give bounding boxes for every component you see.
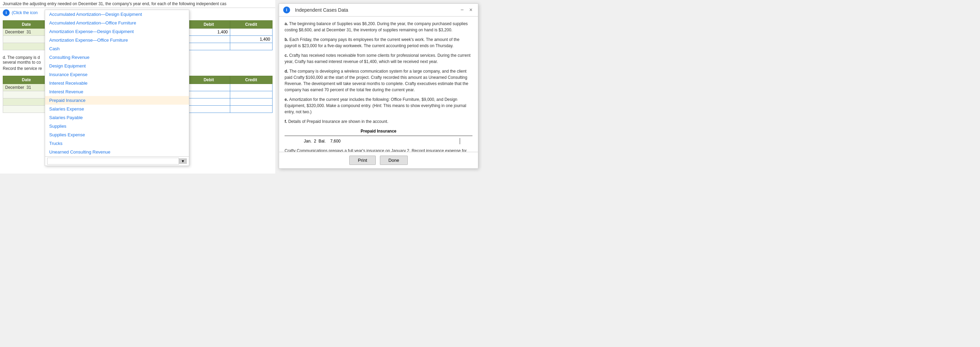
dropdown-item-interest-revenue[interactable]: Interest Revenue [45,88,189,96]
table-c-debit-3[interactable] [188,43,230,50]
case-d: d. The company is developing a wireless … [285,68,473,93]
table-d-debit-1[interactable] [188,84,230,91]
dropdown-item-amort-exp-design[interactable]: Amortization Expense—Design Equipment [45,27,189,36]
dropdown-item-amort-exp-office[interactable]: Amortization Expense—Office Furniture [45,36,189,45]
info-panel-icon: i [283,6,290,13]
table-d-credit-3[interactable] [230,99,272,106]
prepaid-insurance-title: Prepaid Insurance [285,128,473,134]
table-d-date: December 31 [3,84,50,91]
table-c-credit-1[interactable] [230,29,272,36]
dropdown-item-cash[interactable]: Cash [45,45,189,53]
desc-d-left: d. The company is d [3,55,40,60]
table-c-credit-3[interactable] [230,43,272,50]
table-d-debit-4[interactable] [188,106,230,113]
col-date: Date [3,21,50,29]
panel-controls: − × [459,7,474,13]
col-date-d: Date [3,76,50,84]
col-debit: Debit [188,21,230,29]
dropdown-search-input[interactable] [47,158,179,164]
dropdown-item-salaries-expense[interactable]: Salaries Expense [45,105,189,113]
table-c-debit-1[interactable] [188,29,230,36]
minimize-button[interactable]: − [459,7,465,13]
record-service-text: Record the service re [3,66,42,71]
table-c-date-3 [3,43,50,50]
info-panel: i Independent Cases Data − × a. The begi… [279,3,478,169]
close-button[interactable]: × [468,7,474,13]
dropdown-item-insurance-expense[interactable]: Insurance Expense [45,70,189,79]
table-c-date-2 [3,36,50,43]
main-content-area: Journalize the adjusting entry needed on… [0,0,275,174]
table-c-credit-2[interactable] [230,36,272,43]
print-button[interactable]: Print [349,156,376,165]
desc-d-left2: several months to co [3,60,41,65]
info-panel-content: a. The beginning balance of Supplies was… [279,16,478,152]
dropdown-arrow-button[interactable]: ▼ [179,158,187,164]
table-d-date-3 [3,99,50,106]
dropdown-item-salaries-payable[interactable]: Salaries Payable [45,113,189,122]
table-d-credit-4[interactable] [230,106,272,113]
dropdown-item-prepaid-insurance[interactable]: Prepaid Insurance [45,96,189,105]
info-panel-header: i Independent Cases Data − × [279,4,478,16]
dropdown-item-trucks[interactable]: Trucks [45,139,189,148]
table-c-date: December 31 [3,29,50,36]
case-a: a. The beginning balance of Supplies was… [285,21,473,33]
case-b: b. Each Friday, the company pays its emp… [285,37,473,49]
prepaid-date: Jan. 2 Bal. 7,600 [304,138,340,144]
case-c: c. Crafty has received notes receivable … [285,53,473,65]
instruction-text: Journalize the adjusting entry needed on… [0,0,275,8]
table-d-debit-3[interactable] [188,99,230,106]
table-d-debit-2[interactable] [188,91,230,99]
dropdown-item-acc-amort-design[interactable]: Accumulated Amortization—Design Equipmen… [45,10,189,19]
info-panel-footer: Print Done [279,152,478,168]
prepaid-divider [460,138,467,144]
dropdown-item-design-equipment[interactable]: Design Equipment [45,62,189,70]
table-d-date-4 [3,106,50,113]
table-c-debit-2[interactable] [188,36,230,43]
table-d-credit-2[interactable] [230,91,272,99]
dropdown-item-unearned-consulting[interactable]: Unearned Consulting Revenue [45,148,189,156]
prepaid-note: Crafty Communications prepays a full yea… [285,148,473,152]
dropdown-list: Accumulated Amortization—Design Equipmen… [45,10,189,166]
dropdown-item-acc-amort-office[interactable]: Accumulated Amortization—Office Furnitur… [45,19,189,27]
table-d-credit-1[interactable] [230,84,272,91]
prepaid-insurance-table: Prepaid Insurance Jan. 2 Bal. 7,600 [285,128,473,145]
col-credit: Credit [230,21,272,29]
case-e: e. Amortization for the current year inc… [285,96,473,115]
info-panel-title: Independent Cases Data [295,7,459,13]
dropdown-item-consulting-revenue[interactable]: Consulting Revenue [45,53,189,62]
case-f: f. Details of Prepaid Insurance are show… [285,118,473,125]
info-icon: i [3,9,10,16]
col-credit-d: Credit [230,76,272,84]
dropdown-item-supplies[interactable]: Supplies [45,122,189,131]
done-button[interactable]: Done [380,156,408,165]
col-debit-d: Debit [188,76,230,84]
click-icon-text: (Click the icon [12,10,38,15]
dropdown-item-supplies-expense[interactable]: Supplies Expense [45,131,189,139]
dropdown-item-interest-receivable[interactable]: Interest Receivable [45,79,189,88]
prepaid-row: Jan. 2 Bal. 7,600 [298,137,473,145]
table-d-date-2 [3,91,50,99]
